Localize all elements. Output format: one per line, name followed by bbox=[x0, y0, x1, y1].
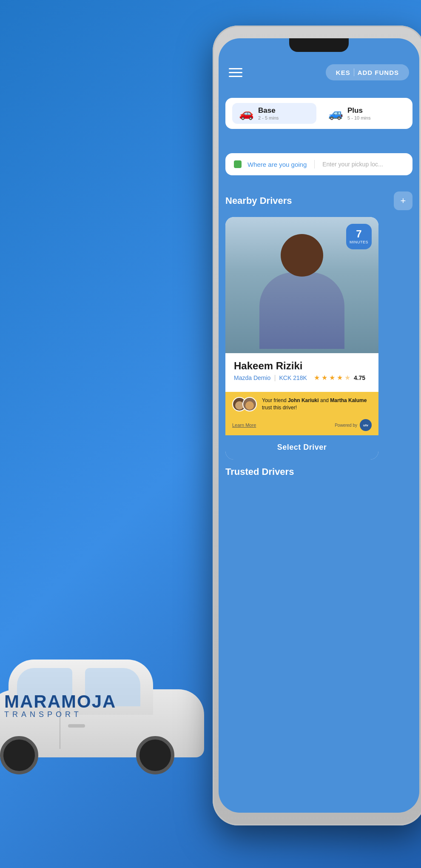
trusted-title: Trusted Drivers bbox=[225, 466, 412, 477]
silhouette-body bbox=[259, 272, 344, 349]
trust-message: Your friend John Kariuki and Martha Kalu… bbox=[262, 397, 372, 411]
phone-notch bbox=[289, 38, 349, 52]
phone-mockup: KES ADD FUNDS 🚗 Base 2 - 5 mins 🚙 bbox=[213, 26, 421, 834]
avatar-face-2 bbox=[243, 398, 256, 411]
learn-more-link[interactable]: Learn More bbox=[232, 423, 256, 428]
location-dot-icon bbox=[234, 160, 242, 168]
car-model: Mazda Demio bbox=[234, 374, 270, 381]
select-driver-button[interactable]: Select Driver bbox=[225, 435, 378, 460]
minutes-label: MINUTES bbox=[350, 240, 368, 244]
nearby-section: Nearby Drivers + bbox=[225, 191, 412, 477]
driver-card: 7 MINUTES Hakeem Riziki Mazda Demio | KC… bbox=[225, 217, 378, 460]
trust-friend1: John Kariuki bbox=[288, 397, 319, 403]
driver-silhouette bbox=[251, 234, 353, 353]
nearby-title: Nearby Drivers bbox=[225, 195, 292, 206]
minutes-number: 7 bbox=[356, 229, 361, 239]
trust-avatars bbox=[232, 397, 257, 411]
trust-suffix: trust this driver! bbox=[262, 405, 297, 411]
star-4: ★ bbox=[337, 374, 343, 382]
powered-by: Powered by utv bbox=[335, 419, 372, 431]
plus-label: Plus bbox=[347, 106, 370, 115]
minutes-badge: 7 MINUTES bbox=[346, 224, 372, 249]
star-3: ★ bbox=[329, 374, 335, 382]
plus-time: 5 - 10 mins bbox=[347, 115, 370, 120]
base-car-icon: 🚗 bbox=[239, 106, 254, 120]
phone-screen: KES ADD FUNDS 🚗 Base 2 - 5 mins 🚙 bbox=[219, 38, 419, 813]
plus-icon-button[interactable]: + bbox=[394, 191, 412, 210]
brand-area: MARAMOJA TRANSPORT bbox=[4, 691, 116, 719]
trust-middle: and bbox=[319, 397, 330, 403]
trust-banner: Your friend John Kariuki and Martha Kalu… bbox=[225, 392, 378, 417]
search-divider bbox=[314, 160, 315, 168]
hamburger-menu[interactable] bbox=[229, 68, 242, 77]
base-label: Base bbox=[258, 106, 279, 115]
plus-car-icon: 🚙 bbox=[328, 106, 343, 120]
kes-add-funds-button[interactable]: KES ADD FUNDS bbox=[326, 64, 409, 80]
section-header: Nearby Drivers + bbox=[225, 191, 412, 210]
hamburger-line-3 bbox=[229, 76, 242, 77]
hamburger-line-1 bbox=[229, 68, 242, 69]
star-5-half: ★ bbox=[344, 374, 350, 382]
trust-avatar-2 bbox=[242, 397, 257, 411]
avatar-head-2 bbox=[245, 401, 254, 410]
trust-prefix: Your friend bbox=[262, 397, 288, 403]
plus-info: Plus 5 - 10 mins bbox=[347, 106, 370, 120]
driver-car-info: Mazda Demio | KCK 218K ★ ★ ★ ★ ★ 4.75 bbox=[234, 374, 370, 382]
base-time: 2 - 5 mins bbox=[258, 115, 279, 120]
hamburger-line-2 bbox=[229, 72, 242, 73]
rating-area: ★ ★ ★ ★ ★ 4.75 bbox=[314, 374, 365, 382]
add-funds-label: ADD FUNDS bbox=[358, 69, 399, 76]
driver-name: Hakeem Riziki bbox=[234, 360, 370, 372]
star-1: ★ bbox=[314, 374, 320, 382]
star-2: ★ bbox=[321, 374, 327, 382]
search-bar[interactable]: Where are you going Enter your pickup lo… bbox=[225, 153, 412, 175]
tab-base[interactable]: 🚗 Base 2 - 5 mins bbox=[232, 103, 316, 124]
utv-logo: utv bbox=[360, 419, 372, 431]
car-separator: | bbox=[274, 374, 276, 382]
brand-name: MARAMOJA bbox=[4, 691, 116, 712]
car-plate: KCK 218K bbox=[279, 374, 307, 381]
tab-plus[interactable]: 🚙 Plus 5 - 10 mins bbox=[321, 103, 406, 124]
kes-divider bbox=[354, 69, 354, 76]
vehicle-tabs: 🚗 Base 2 - 5 mins 🚙 Plus 5 - 10 mins bbox=[225, 98, 412, 129]
trust-footer: Learn More Powered by utv bbox=[225, 417, 378, 435]
phone-frame: KES ADD FUNDS 🚗 Base 2 - 5 mins 🚙 bbox=[213, 26, 421, 825]
powered-by-label: Powered by bbox=[335, 423, 357, 428]
driver-photo-area: 7 MINUTES bbox=[225, 217, 378, 353]
kes-label: KES bbox=[336, 69, 350, 76]
destination-text: Where are you going bbox=[247, 161, 307, 168]
utv-label: utv bbox=[363, 423, 368, 427]
pickup-text: Enter your pickup loc... bbox=[322, 161, 383, 168]
rating-value: 4.75 bbox=[354, 374, 365, 381]
silhouette-head bbox=[281, 234, 323, 277]
base-info: Base 2 - 5 mins bbox=[258, 106, 279, 120]
trusted-section: Trusted Drivers bbox=[225, 466, 412, 477]
trust-friend2: Martha Kalume bbox=[330, 397, 367, 403]
driver-info: Hakeem Riziki Mazda Demio | KCK 218K ★ ★… bbox=[225, 353, 378, 392]
app-header: KES ADD FUNDS bbox=[219, 55, 419, 89]
